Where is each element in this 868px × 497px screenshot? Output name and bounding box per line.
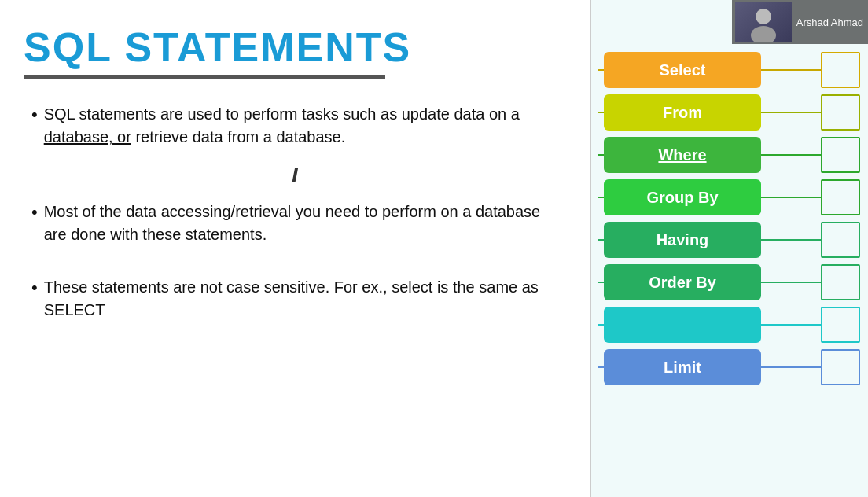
unnamed-button[interactable] [604,307,761,343]
orderby-button[interactable]: Order By [604,264,761,300]
bullet-dot: • [31,103,38,127]
user-name-badge: Arshad Ahmad [796,17,863,28]
select-button[interactable]: Select [604,52,761,88]
title-underline [24,75,385,79]
from-button[interactable]: From [604,94,761,131]
select-row: Select [598,52,860,88]
limit-button[interactable]: Limit [604,349,761,385]
bullet-dot: • [31,201,38,225]
list-item: • Most of the data accessing/retrieval y… [31,201,558,246]
list-item: • These statements are not case sensitiv… [31,276,558,322]
bullet-text-3: These statements are not case sensitive.… [44,276,558,322]
user-avatar-icon [744,2,783,42]
right-panel: Arshad Ahmad Select From Where [590,0,868,497]
bullet-dot: • [31,276,38,300]
bullet-text-1: SQL statements are used to perform tasks… [44,103,558,149]
where-row: Where [598,137,860,173]
from-row: From [598,94,860,131]
cursor-icon: I [31,163,558,188]
unnamed-row [598,307,860,343]
orderby-row: Order By [598,264,860,300]
svg-point-0 [756,9,771,24]
main-title: SQL STATEMENTS [24,24,558,71]
groupby-row: Group By [598,179,860,215]
groupby-button[interactable]: Group By [604,179,761,215]
underline-text: database, or [44,128,131,145]
where-button[interactable]: Where [604,137,761,173]
limit-row: Limit [598,349,860,385]
content-area: • SQL statements are used to perform tas… [24,103,558,322]
bullet-text-2: Most of the data accessing/retrieval you… [44,201,558,246]
having-button[interactable]: Having [604,222,761,258]
left-panel: SQL STATEMENTS • SQL statements are used… [0,0,590,497]
svg-point-1 [751,26,776,42]
list-item: • SQL statements are used to perform tas… [31,103,558,149]
having-row: Having [598,222,860,258]
